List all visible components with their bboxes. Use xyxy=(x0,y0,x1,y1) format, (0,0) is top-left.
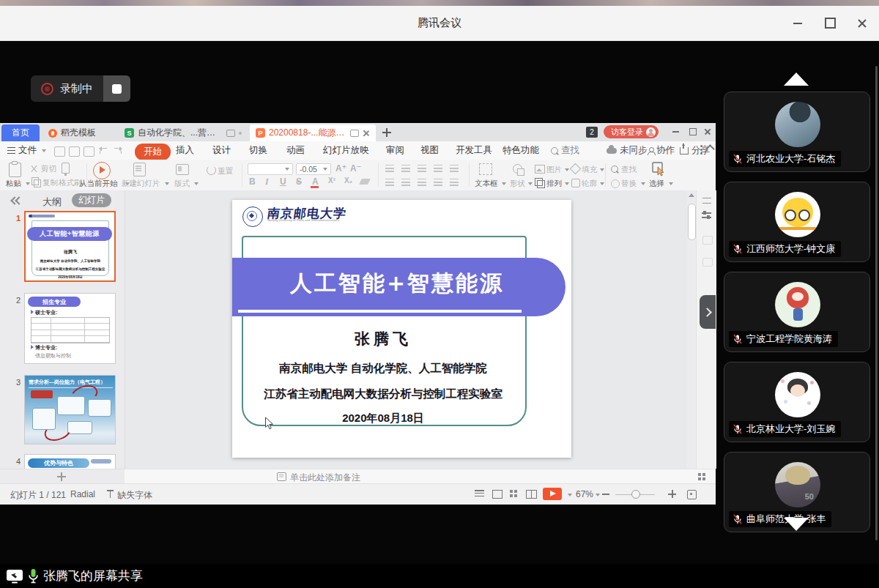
zoom-in-icon[interactable] xyxy=(668,490,676,498)
increase-font-icon[interactable]: A⁺ xyxy=(335,163,346,174)
maximize-icon[interactable] xyxy=(822,15,838,31)
fill-button[interactable]: 填充 xyxy=(582,165,597,175)
cut-button[interactable]: 剪切 xyxy=(41,164,56,174)
menu-search[interactable]: 查找 xyxy=(551,144,579,157)
notes-placeholder[interactable]: 单击此处添加备注 xyxy=(290,472,360,484)
participants-scroll-up-icon[interactable] xyxy=(784,72,809,86)
arrange-button[interactable]: 排列 xyxy=(546,179,562,189)
layout-button[interactable]: 版式 xyxy=(174,179,190,189)
menu-devtools-tab[interactable]: 开发工具 xyxy=(456,144,492,157)
slide-thumbnail-1[interactable]: 人工智能+智慧能源 张腾飞 南京邮电大学 自动化学院、人工智能学院 江苏省主动配… xyxy=(24,211,116,282)
tab-spreadsheet[interactable]: S 自动化学院、...营会议安排表 xyxy=(119,124,248,141)
font-color-button[interactable]: A xyxy=(312,176,319,187)
font-size-select[interactable]: -0.05 xyxy=(296,163,331,175)
scrollbar-thumb[interactable] xyxy=(688,204,696,240)
tab-presentation-active[interactable]: P 20200818-...能源--暑期夏令营 xyxy=(250,124,376,141)
properties-icon[interactable] xyxy=(702,198,711,204)
zoom-slider-knob[interactable] xyxy=(631,490,640,499)
reading-view-icon[interactable] xyxy=(526,490,537,499)
print-icon[interactable] xyxy=(69,146,80,157)
menu-special-tab[interactable]: 特色功能 xyxy=(502,144,539,157)
sync-status[interactable]: 未同步 xyxy=(607,144,648,157)
collapse-panel-icon[interactable] xyxy=(12,198,21,205)
notification-badge[interactable]: 2 xyxy=(586,127,598,138)
tab-home[interactable]: 首页 xyxy=(1,124,40,141)
menu-review-tab[interactable]: 审阅 xyxy=(386,144,404,157)
format-painter-icon[interactable] xyxy=(62,163,70,174)
text-direction-icon[interactable] xyxy=(450,179,459,186)
menu-transition-tab[interactable]: 切换 xyxy=(249,144,267,157)
scroll-up-icon[interactable] xyxy=(689,193,694,197)
bold-button[interactable]: B xyxy=(249,176,256,187)
arrange-icon[interactable] xyxy=(537,180,545,188)
settings-sliders-icon[interactable] xyxy=(702,211,711,220)
play-from-current-icon[interactable] xyxy=(93,162,111,179)
undo-icon[interactable] xyxy=(100,146,108,154)
paste-icon[interactable] xyxy=(9,163,21,177)
participant-tile[interactable]: 北京林业大学-刘玉婉 xyxy=(724,362,870,442)
wps-minimize-icon[interactable] xyxy=(670,126,681,138)
more-menu-icon[interactable] xyxy=(700,145,702,157)
menu-slideshow-tab[interactable]: 幻灯片放映 xyxy=(323,144,369,157)
participants-scrollbar[interactable] xyxy=(875,66,878,540)
copy-button[interactable]: 复制 xyxy=(42,178,58,188)
document-scrollbar[interactable] xyxy=(687,190,696,469)
wps-restore-icon[interactable] xyxy=(687,126,699,138)
clear-format-icon[interactable] xyxy=(359,179,371,185)
menu-animation-tab[interactable]: 动画 xyxy=(286,144,305,157)
bullet-list-icon[interactable] xyxy=(385,165,394,172)
underline-button[interactable]: U xyxy=(280,176,286,187)
replace-button[interactable]: 替换 xyxy=(621,179,637,189)
participant-tile[interactable]: 宁波工程学院黄海涛 xyxy=(724,272,870,352)
font-name-select[interactable] xyxy=(248,163,293,175)
tab-slides[interactable]: 幻灯片 xyxy=(72,193,111,207)
decrease-font-icon[interactable]: A⁻ xyxy=(350,163,361,174)
format-painter-button[interactable]: 格式刷 xyxy=(59,178,82,188)
tool-icon[interactable] xyxy=(702,236,713,245)
play-from-current-button[interactable]: 从当前开始 xyxy=(79,179,118,189)
grid-view-icon[interactable] xyxy=(698,473,705,480)
zoom-level[interactable]: 67% xyxy=(576,489,593,499)
tool-icon[interactable] xyxy=(702,258,713,267)
collapse-ribbon-icon[interactable] xyxy=(707,143,713,155)
text-box-button[interactable]: 文本框 xyxy=(475,179,498,189)
missing-font-label[interactable]: 缺失字体 xyxy=(117,489,152,502)
participants-scroll-down-icon[interactable] xyxy=(784,518,809,531)
notes-toggle-icon[interactable] xyxy=(475,490,484,496)
menu-file[interactable]: 文件 xyxy=(7,144,46,157)
indent-increase-icon[interactable] xyxy=(434,165,442,172)
copy-icon[interactable] xyxy=(34,179,41,187)
text-box-icon[interactable] xyxy=(479,163,492,175)
minimize-icon[interactable] xyxy=(790,15,806,31)
find-icon[interactable] xyxy=(611,165,618,173)
tab-docer[interactable]: 稻壳模板 xyxy=(42,124,116,141)
stop-recording-button[interactable] xyxy=(103,75,130,102)
menu-insert-tab[interactable]: 插入 xyxy=(176,144,194,157)
subscript-button[interactable]: X₂ xyxy=(344,176,352,185)
slide-editor[interactable]: 南京邮电大学 Nanjing University of Posts and T… xyxy=(232,200,571,458)
menu-view-tab[interactable]: 视图 xyxy=(420,144,439,157)
strikethrough-button[interactable]: S xyxy=(296,176,302,187)
theme-name[interactable]: Radial xyxy=(70,489,95,499)
outline-button[interactable]: 轮廓 xyxy=(582,179,597,189)
picture-icon[interactable] xyxy=(535,165,545,174)
pin-icon[interactable] xyxy=(350,130,359,137)
participant-tile[interactable]: 河北农业大学-石铭杰 xyxy=(724,92,870,172)
guest-login-button[interactable]: 访客登录 xyxy=(604,125,659,138)
menu-start-tab[interactable]: 开始 xyxy=(135,144,171,160)
justify-icon[interactable] xyxy=(434,179,442,186)
slide-thumbnail-3[interactable]: 需求分析—岗位能力（电气工程） xyxy=(24,375,116,444)
layout-icon[interactable] xyxy=(176,164,189,175)
replace-icon[interactable] xyxy=(611,179,620,188)
print-preview-icon[interactable] xyxy=(84,146,94,157)
find-button[interactable]: 查找 xyxy=(621,165,637,175)
slide-sorter-icon[interactable] xyxy=(510,490,517,497)
expand-panel-tab[interactable] xyxy=(700,295,716,329)
superscript-button[interactable]: X² xyxy=(328,176,335,185)
save-icon[interactable] xyxy=(54,146,65,157)
reset-button[interactable]: 重置 xyxy=(218,166,233,176)
line-spacing-icon[interactable] xyxy=(450,165,459,172)
align-center-icon[interactable] xyxy=(401,179,410,186)
paste-button[interactable]: 粘贴 xyxy=(6,179,21,189)
zoom-out-icon[interactable] xyxy=(602,494,609,495)
